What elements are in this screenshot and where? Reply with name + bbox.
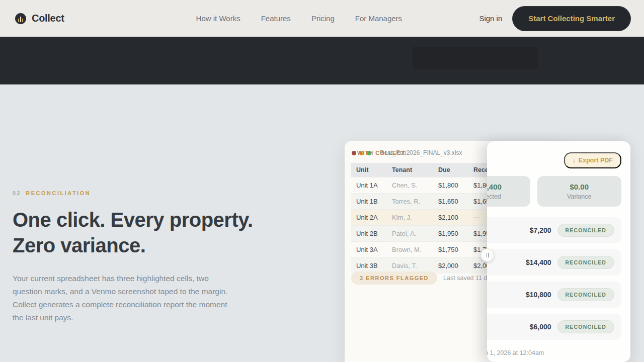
logo-text: Collect	[32, 13, 64, 24]
report-inner: ↓ Export PDF $38,400 Collected $0.00 Var…	[487, 141, 630, 362]
before-after-comparison: WITH COLLECT Rent_Feb2026_FINAL_v3.xlsx …	[345, 141, 630, 362]
reconciled-badge: RECONCILED	[557, 256, 614, 269]
nav-links: How it WorksFeaturesPricingFor Managers	[196, 14, 403, 23]
top-nav: Collect How it WorksFeaturesPricingFor M…	[0, 0, 644, 37]
comparison-slider-handle[interactable]	[480, 248, 494, 262]
cell-unit: Unit 2B	[351, 226, 386, 242]
report-row: $7,200RECONCILED	[487, 217, 621, 243]
dark-band-artifact	[413, 47, 538, 69]
dark-section-band	[0, 37, 644, 84]
headline-line1: One click. Every property.	[13, 207, 284, 233]
section-body-text: Your current spreadsheet has three highl…	[13, 272, 240, 324]
cell-tenant: Patel, A.	[386, 226, 433, 242]
cell-tenant: Kim, J.	[386, 210, 433, 226]
nav-right: Sign in Start Collecting Smarter	[479, 6, 631, 31]
report-row: $10,800RECONCILED	[487, 282, 621, 308]
nav-link-for-managers[interactable]: For Managers	[355, 14, 402, 23]
stat-tiles: $38,400 Collected $0.00 Variance	[487, 176, 621, 207]
variance-label: Variance	[567, 193, 591, 200]
close-dot-icon	[352, 151, 356, 155]
export-pdf-button[interactable]: ↓ Export PDF	[564, 152, 621, 168]
cell-due: $2,100	[433, 210, 468, 226]
row-amount: $10,800	[526, 291, 551, 299]
cell-due: $1,650	[433, 194, 468, 210]
start-collecting-button[interactable]: Start Collecting Smarter	[512, 6, 631, 31]
nav-link-pricing[interactable]: Pricing	[311, 14, 335, 23]
row-amount: $7,200	[530, 226, 551, 234]
kicker-number: 02	[13, 190, 21, 196]
report-generated-text: Generated Feb 1, 2026 at 12:04am	[487, 349, 544, 356]
collect-logo-icon	[15, 13, 26, 24]
cell-tenant: Brown, M.	[386, 242, 433, 258]
cell-unit: Unit 1A	[351, 177, 386, 194]
errors-flagged-badge: 3 ERRORS FLAGGED	[351, 272, 437, 285]
cell-unit: Unit 1B	[351, 194, 386, 210]
cell-due: $1,800	[433, 177, 468, 194]
export-pdf-label: Export PDF	[579, 157, 613, 164]
nav-link-how-it-works[interactable]: How it Works	[196, 14, 240, 23]
report-row: $14,400RECONCILED	[487, 249, 621, 276]
reconciled-badge: RECONCILED	[557, 288, 614, 301]
logo[interactable]: Collect	[15, 13, 64, 24]
row-amount: $6,000	[530, 323, 551, 331]
kicker-label: RECONCILIATION	[26, 190, 91, 196]
download-icon: ↓	[573, 157, 576, 164]
col-tenant: Tenant	[386, 163, 433, 177]
cell-tenant: Torres, R.	[386, 194, 433, 210]
sign-in-link[interactable]: Sign in	[479, 14, 502, 23]
headline-line2: Zero variance.	[13, 233, 284, 258]
variance-value: $0.00	[570, 183, 589, 191]
collected-value: $38,400	[487, 183, 502, 191]
spreadsheet-filename: Rent_Feb2026_FINAL_v3.xlsx	[380, 149, 462, 156]
reconciled-badge: RECONCILED	[557, 320, 614, 333]
cell-due: $1,750	[433, 242, 468, 258]
nav-link-features[interactable]: Features	[261, 14, 291, 23]
reconciliation-copy: 02RECONCILIATION One click. Every proper…	[13, 190, 284, 324]
cell-unit: Unit 2A	[351, 210, 386, 226]
collect-report-panel: ↓ Export PDF $38,400 Collected $0.00 Var…	[487, 141, 630, 362]
col-unit: Unit	[351, 163, 386, 177]
cell-due: $1,950	[433, 226, 468, 242]
stat-variance: $0.00 Variance	[537, 176, 622, 207]
report-row: $6,000RECONCILED	[487, 314, 621, 340]
row-amount: $14,400	[526, 258, 551, 266]
report-rows: $7,200RECONCILED$14,400RECONCILED$10,800…	[487, 217, 621, 340]
section-kicker: 02RECONCILIATION	[13, 190, 284, 196]
col-due: Due	[433, 163, 468, 177]
reconciled-badge: RECONCILED	[557, 224, 614, 237]
cell-unit: Unit 3A	[351, 242, 386, 258]
collected-label: Collected	[487, 193, 501, 200]
page-title: One click. Every property. Zero variance…	[13, 207, 284, 258]
stat-collected: $38,400 Collected	[487, 176, 530, 207]
cell-tenant: Chen, S.	[386, 177, 433, 194]
